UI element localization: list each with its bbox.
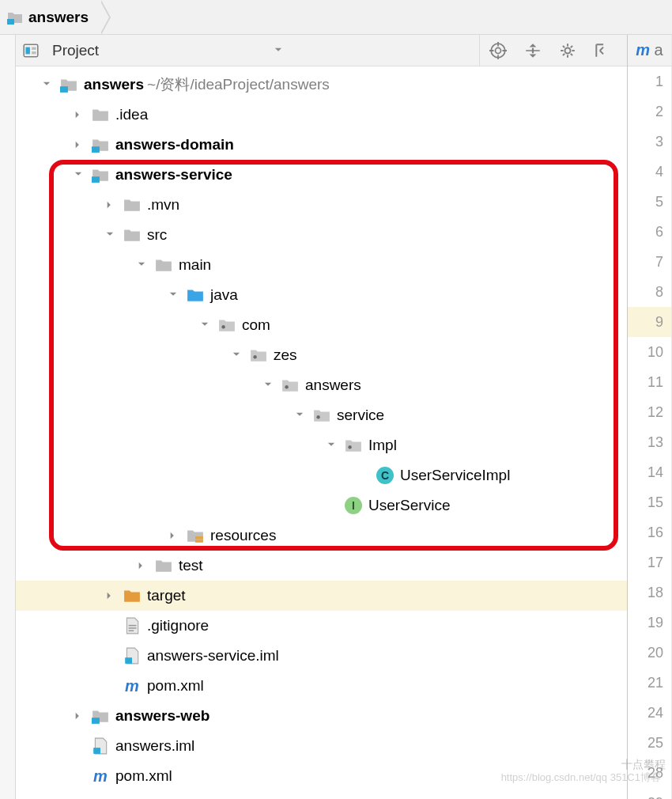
package-icon [281, 377, 299, 394]
chevron-down-icon[interactable] [103, 228, 117, 242]
tree-row[interactable]: src [16, 220, 627, 250]
collapse-icon[interactable] [594, 42, 611, 59]
line-number: 8 [628, 277, 671, 307]
line-number: 18 [628, 577, 671, 608]
tree-label: answers.iml [115, 737, 194, 755]
line-number: 25 [628, 728, 671, 758]
chevron-down-icon[interactable] [324, 438, 338, 453]
folder-icon [155, 557, 172, 574]
tree-row[interactable]: .idea [16, 100, 627, 130]
line-number: 7 [628, 247, 671, 277]
tree-label: pom.xml [115, 767, 172, 785]
tree-label: UserServiceImpl [400, 467, 510, 484]
line-number: 3 [628, 127, 671, 157]
tree-label: answers-domain [115, 136, 234, 153]
chevron-down-icon[interactable] [166, 288, 180, 302]
left-tab-strip[interactable] [0, 35, 16, 799]
tree-label: zes [274, 346, 297, 364]
chevron-down-icon[interactable] [40, 78, 54, 92]
tree-label: UserService [368, 497, 450, 514]
tree-row[interactable]: IUserService [16, 490, 627, 521]
line-number: 17 [628, 547, 671, 577]
tree-row[interactable]: answers-web [16, 701, 627, 731]
chevron-down-icon[interactable] [229, 348, 244, 362]
tree-label: answers-service [115, 166, 232, 184]
iml-file-icon [123, 647, 141, 665]
tree-label: service [337, 407, 384, 424]
tree-row[interactable]: .gitignore [16, 611, 627, 641]
tree-row[interactable]: mpom.xml [16, 761, 627, 791]
tree-path-hint: ~/资料/ideaProject/answers [147, 74, 330, 95]
chevron-down-icon[interactable] [71, 168, 85, 182]
chevron-right-icon[interactable] [71, 108, 85, 122]
locate-icon[interactable] [489, 42, 507, 59]
tree-row[interactable]: target [16, 581, 627, 611]
chevron-right-icon[interactable] [166, 528, 180, 543]
tree-row[interactable]: mpom.xml [16, 671, 627, 701]
project-view-label: Project [52, 42, 99, 59]
iml-file-icon [92, 737, 109, 755]
target-folder-icon [123, 587, 141, 604]
line-number: 9 [628, 307, 671, 337]
folder-icon [155, 256, 172, 274]
tree-row[interactable]: answers-service.iml [16, 641, 627, 671]
chevron-down-icon[interactable] [134, 258, 149, 272]
tree-row[interactable]: CUserServiceImpl [16, 460, 627, 490]
project-panel-header: Project [16, 35, 627, 66]
chevron-down-icon[interactable] [293, 408, 307, 422]
tree-row[interactable]: .mvn [16, 190, 627, 220]
tree-label: .idea [115, 106, 148, 123]
chevron-down-icon[interactable] [261, 378, 275, 392]
tree-row[interactable]: resources [16, 521, 627, 551]
module-folder-icon [92, 136, 109, 153]
line-number: 12 [628, 397, 671, 427]
line-number: 4 [628, 157, 671, 187]
line-number: 14 [628, 457, 671, 487]
project-tree[interactable]: answers ~/资料/ideaProject/answers .idea a… [16, 66, 627, 791]
editor-tab-glyph[interactable]: m a [628, 35, 671, 66]
tree-label: .mvn [147, 196, 179, 214]
module-folder-icon [6, 9, 24, 26]
folder-icon [123, 226, 141, 244]
tree-row[interactable]: service [16, 400, 627, 430]
chevron-right-icon[interactable] [71, 709, 85, 723]
project-view-icon [22, 42, 40, 59]
line-number: 11 [628, 367, 671, 397]
tree-label: .gitignore [147, 617, 209, 634]
chevron-right-icon[interactable] [103, 589, 117, 603]
line-number: 10 [628, 337, 671, 367]
breadcrumb-root-label: answers [28, 9, 89, 26]
tree-row[interactable]: answers-service [16, 160, 627, 190]
tree-row[interactable]: zes [16, 340, 627, 370]
tree-label: java [210, 286, 238, 304]
file-icon [123, 617, 141, 634]
folder-icon [123, 196, 141, 214]
chevron-right-icon[interactable] [71, 138, 85, 152]
chevron-down-icon [271, 44, 285, 58]
line-number: 20 [628, 638, 671, 668]
tree-row-root[interactable]: answers ~/资料/ideaProject/answers [16, 70, 627, 100]
chevron-right-icon[interactable] [103, 198, 117, 212]
chevron-down-icon[interactable] [198, 318, 212, 332]
tree-row[interactable]: Impl [16, 430, 627, 460]
tree-row[interactable]: answers.iml [16, 731, 627, 761]
line-number: 2 [628, 97, 671, 127]
module-folder-icon [92, 707, 109, 725]
line-number: 15 [628, 487, 671, 517]
tree-row[interactable]: test [16, 551, 627, 581]
chevron-right-icon[interactable] [134, 559, 149, 573]
tree-row[interactable]: java [16, 280, 627, 310]
autoscroll-icon[interactable] [524, 42, 542, 59]
project-view-combo[interactable]: Project [22, 35, 480, 66]
line-number: 5 [628, 187, 671, 217]
tree-label: pom.xml [147, 677, 204, 695]
maven-file-icon: m [123, 677, 141, 695]
gear-icon[interactable] [559, 42, 576, 59]
tree-row[interactable]: answers-domain [16, 130, 627, 160]
tree-row[interactable]: main [16, 250, 627, 280]
package-icon [218, 316, 236, 334]
breadcrumb-root[interactable]: answers [2, 0, 101, 34]
tree-row[interactable]: com [16, 310, 627, 340]
tree-row[interactable]: answers [16, 370, 627, 400]
module-folder-icon [92, 166, 109, 184]
